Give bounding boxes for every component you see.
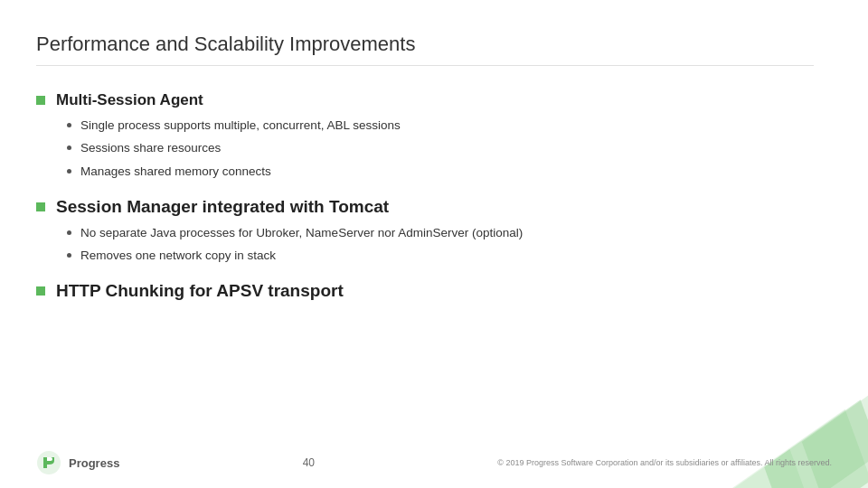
section-title-http-chunking: HTTP Chunking for APSV transport [56,281,344,301]
section-http-chunking: HTTP Chunking for APSV transport [36,281,814,301]
sub-text: Sessions share resources [80,139,221,157]
list-item: Removes one network copy in stack [67,247,814,265]
page-number: 40 [119,456,497,469]
slide: Performance and Scalability Improvements… [0,0,868,488]
sub-dot [67,123,71,127]
progress-logo-icon [36,450,61,475]
sub-dot [67,230,71,235]
section-header-session-manager: Session Manager integrated with Tomcat [36,197,814,217]
list-item: Single process supports multiple, concur… [67,117,814,135]
sub-text: No separate Java processes for Ubroker, … [80,224,523,242]
section-session-manager: Session Manager integrated with Tomcat N… [36,197,814,266]
progress-logo-text: Progress [69,456,119,470]
section-title-multi-session: Multi-Session Agent [56,91,203,109]
section-title-session-manager: Session Manager integrated with Tomcat [56,197,389,217]
section-bullet-session-manager [36,202,45,211]
sub-items-multi-session: Single process supports multiple, concur… [67,117,814,181]
logo-area: Progress [36,450,119,475]
list-item: No separate Java processes for Ubroker, … [67,224,814,242]
sub-dot [67,253,71,258]
slide-footer: Progress 40 © 2019 Progress Software Cor… [0,450,868,475]
list-item: Sessions share resources [67,139,814,157]
section-bullet-http-chunking [36,286,45,296]
section-bullet-multi-session [36,96,45,105]
sub-text: Single process supports multiple, concur… [80,117,401,135]
copyright-text: © 2019 Progress Software Corporation and… [497,458,832,467]
sub-items-session-manager: No separate Java processes for Ubroker, … [67,224,814,266]
section-header-multi-session: Multi-Session Agent [36,91,814,109]
section-multi-session: Multi-Session Agent Single process suppo… [36,91,814,181]
sub-text: Removes one network copy in stack [80,247,276,265]
sub-text: Manages shared memory connects [80,163,271,181]
sub-dot [67,145,71,150]
list-item: Manages shared memory connects [67,163,814,181]
section-header-http-chunking: HTTP Chunking for APSV transport [36,281,814,301]
slide-title: Performance and Scalability Improvements [36,33,814,66]
sub-dot [67,169,71,174]
